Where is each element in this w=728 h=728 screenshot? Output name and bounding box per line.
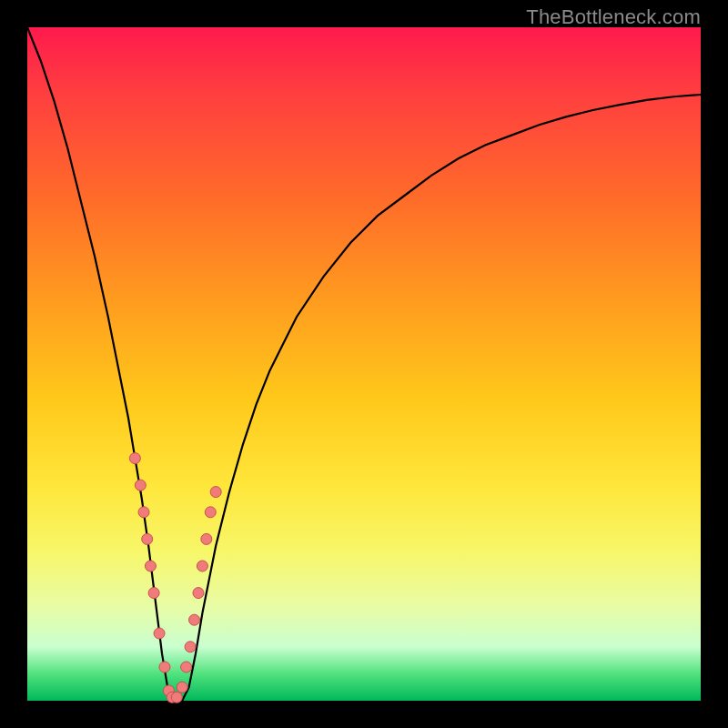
data-point — [159, 662, 170, 672]
data-point — [185, 642, 196, 652]
data-point — [171, 692, 182, 703]
data-point — [177, 682, 187, 693]
data-point — [135, 480, 146, 490]
data-point — [148, 588, 159, 599]
watermark-text: TheBottleneck.com — [526, 5, 701, 29]
data-point — [138, 507, 149, 518]
data-point — [189, 614, 200, 625]
data-point — [154, 628, 165, 639]
data-point — [181, 662, 192, 672]
data-point — [210, 487, 221, 498]
bottleneck-curve — [27, 27, 701, 701]
chart-frame: TheBottleneck.com — [0, 0, 728, 728]
data-point — [142, 533, 153, 544]
data-point — [197, 561, 207, 571]
data-points — [129, 453, 221, 703]
chart-overlay — [27, 27, 701, 701]
data-point — [201, 533, 212, 544]
data-point — [129, 453, 140, 464]
data-point — [193, 588, 204, 599]
data-point — [205, 507, 216, 518]
data-point — [145, 561, 156, 571]
